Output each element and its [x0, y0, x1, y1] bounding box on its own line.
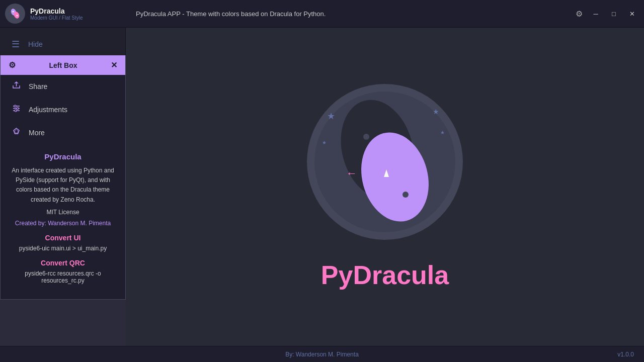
python-logo: ★ ★ ★ ★ ←	[307, 84, 463, 240]
main-logo-text: PyDracula	[321, 260, 449, 290]
svg-point-3	[13, 11, 14, 13]
svg-point-27	[363, 134, 369, 140]
sidebar-item-hide[interactable]: ☰ Hide	[0, 33, 125, 56]
status-version: v1.0.0	[617, 351, 634, 358]
convert-qrc-code: pyside6-rcc resources.qrc -o resources_r…	[11, 270, 115, 284]
adjustments-icon	[11, 104, 22, 115]
svg-point-28	[403, 192, 409, 198]
svg-text:←: ←	[346, 167, 357, 179]
svg-text:★: ★	[440, 130, 445, 135]
svg-text:★: ★	[327, 111, 335, 121]
svg-point-15	[14, 105, 16, 107]
convert-ui-code: pyside6-uic main.ui > ui_main.py	[11, 245, 115, 252]
status-bar: By: Wanderson M. Pimenta v1.0.0	[0, 346, 644, 362]
about-license: MIT License	[11, 209, 115, 216]
title-bar-controls: ⚙ ─ □ ✕	[574, 7, 639, 21]
main-content: ★ ★ ★ ★ ← PyDracula	[126, 28, 644, 346]
close-button[interactable]: ✕	[625, 7, 639, 21]
more-icon	[11, 127, 22, 138]
panel-title: Left Box	[49, 61, 77, 69]
left-section: ☰ Hide ⌂ Home	[0, 28, 126, 346]
app-subtitle-text: Modern GUI / Flat Style	[30, 15, 83, 21]
main-layout: ☰ Hide ⌂ Home	[0, 28, 644, 346]
svg-point-17	[15, 110, 17, 112]
svg-text:★: ★	[322, 140, 327, 145]
panel-item-share[interactable]: Share	[1, 75, 125, 98]
about-description: An interface created using Python and Py…	[11, 166, 115, 205]
status-center-text: By: Wanderson M. Pimenta	[285, 351, 359, 358]
panel-header: ⚙ Left Box ✕	[1, 55, 125, 75]
title-bar-left: PyDracula Modern GUI / Flat Style	[5, 4, 131, 24]
sidebar-label-hide: Hide	[28, 40, 43, 48]
maximize-button[interactable]: □	[607, 7, 621, 21]
app-name: PyDracula Modern GUI / Flat Style	[30, 7, 83, 21]
title-bar: PyDracula Modern GUI / Flat Style PyDrac…	[0, 0, 644, 28]
svg-marker-19	[15, 130, 18, 133]
panel-item-more[interactable]: More	[1, 121, 125, 144]
settings-button[interactable]: ⚙	[574, 7, 585, 21]
svg-text:★: ★	[433, 108, 439, 116]
panel-label-share: Share	[29, 82, 47, 90]
panel-item-adjustments[interactable]: Adjustments	[1, 98, 125, 121]
panel-label-more: More	[29, 129, 45, 137]
app-logo	[5, 4, 25, 24]
panel-close-icon[interactable]: ✕	[111, 60, 117, 70]
convert-qrc-title: Convert QRC	[11, 259, 115, 267]
about-section: PyDracula An interface created using Pyt…	[1, 144, 125, 299]
panel-gear-icon: ⚙	[9, 60, 16, 70]
hide-icon: ☰	[10, 39, 21, 50]
svg-point-4	[17, 15, 18, 17]
panel-label-adjustments: Adjustments	[29, 106, 67, 114]
convert-ui-title: Convert UI	[11, 234, 115, 242]
share-icon	[11, 81, 22, 92]
about-creator: Created by: Wanderson M. Pimenta	[11, 220, 115, 227]
title-center-text: PyDracula APP - Theme with colors based …	[131, 10, 574, 18]
panel-overlay: ⚙ Left Box ✕ Share	[0, 55, 126, 300]
app-title-text: PyDracula	[30, 7, 83, 15]
about-title: PyDracula	[11, 152, 115, 161]
minimize-button[interactable]: ─	[589, 7, 603, 21]
svg-point-16	[17, 108, 19, 110]
